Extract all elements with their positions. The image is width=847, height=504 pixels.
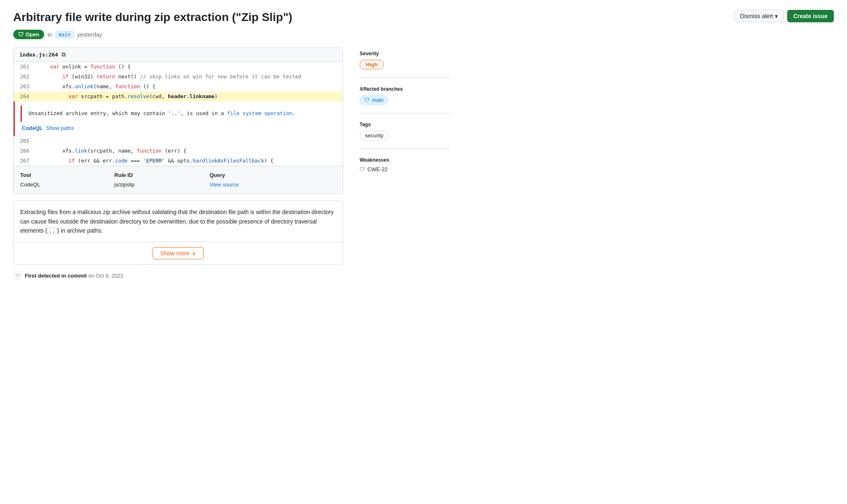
line-num-262: 262 [14, 72, 34, 82]
view-source-link[interactable]: View source [209, 181, 239, 188]
description-text: Extracting files from a malicious zip ar… [14, 201, 343, 242]
code-line-266: 266 xfs.link(srcpath, name, function (er… [14, 146, 343, 156]
line-content-266: xfs.link(srcpath, name, function (err) { [34, 146, 343, 156]
time-label: yesterday [77, 31, 102, 38]
line-content-263: xfs.unlink(name, function () { [34, 82, 343, 92]
copy-icon[interactable]: ⧉ [61, 51, 66, 58]
alert-message: Unsanitized archive entry, which may con… [21, 106, 337, 122]
chevron-down-icon: ∨ [192, 250, 196, 257]
weaknesses-label: Weaknesses [360, 157, 450, 163]
tool-table: Tool Rule ID Query CodeQL js/zipslip Vie… [14, 166, 343, 193]
code-header: index.js:264 ⧉ [14, 48, 343, 62]
severity-label: Severity [360, 51, 450, 57]
line-num-264: 264 [14, 92, 34, 101]
create-label: Create issue [793, 13, 828, 19]
status-row: 🛡 Open in main yesterday [13, 30, 834, 39]
chevron-down-icon: ▾ [775, 13, 778, 19]
branch-shield-icon: 🛡 [364, 97, 369, 103]
branch-badge: main [55, 31, 74, 38]
description-box: Extracting files from a malicious zip ar… [13, 200, 343, 265]
alert-link[interactable]: file system operation [227, 110, 292, 116]
create-issue-button[interactable]: Create issue [787, 10, 834, 22]
dismiss-label: Dismiss alert [740, 13, 773, 19]
tool-cell: CodeQL [20, 181, 114, 188]
detected-label: First detected in commit on Oct 9, 2022 [25, 273, 123, 279]
affected-branches-label: Affected branches [360, 86, 450, 92]
sidebar-severity-section: Severity High [360, 51, 450, 78]
code-block: 261 var onlink = function () { 262 if (w… [14, 62, 343, 166]
query-col-header: Query [209, 171, 336, 181]
weakness-item: 🛡 CWE-22 [360, 166, 450, 172]
affected-branch-badge: 🛡 main [360, 95, 388, 105]
code-line-265: 265 [14, 136, 343, 146]
codeql-label: CodeQL [22, 125, 43, 131]
sidebar-branches-section: Affected branches 🛡 main [360, 86, 450, 113]
line-num-265: 265 [14, 136, 34, 146]
detected-date: on Oct 9, 2022 [88, 273, 123, 279]
line-num-263: 263 [14, 82, 34, 92]
alert-inline-code: '..' [168, 110, 181, 116]
detected-strong: First detected in commit [25, 273, 87, 279]
code-line-264: 264 var srcpath = path.resolve(cwd, head… [14, 92, 343, 101]
cwe-value: CWE-22 [367, 166, 388, 172]
first-detected: 🛡 First detected in commit on Oct 9, 202… [13, 271, 343, 280]
show-more-label: Show more [160, 250, 190, 257]
shield-icon: 🛡 [18, 31, 24, 38]
line-content-267: if (err && err.code === 'EPERM' && opts.… [34, 156, 343, 166]
line-num-267: 267 [14, 156, 34, 166]
tags-label: Tags [360, 122, 450, 127]
line-content-261: var onlink = function () { [34, 62, 343, 72]
shield-small-icon: 🛡 [13, 271, 21, 280]
status-badge: 🛡 Open [13, 30, 44, 39]
description-part2: ) in archive paths. [57, 227, 103, 234]
line-content-262: if (win32) return next() // skip links o… [34, 72, 343, 82]
main-content: index.js:264 ⧉ 261 var onlink = function… [13, 47, 343, 280]
line-content-265 [34, 136, 343, 146]
page-container: index.js:264 ⧉ 261 var onlink = function… [13, 47, 450, 280]
show-more-button[interactable]: Show more ∨ [153, 247, 204, 259]
line-num-261: 261 [14, 62, 34, 72]
codeql-row: CodeQL Show paths [21, 122, 337, 134]
sidebar-weaknesses-section: Weaknesses 🛡 CWE-22 [360, 157, 450, 181]
line-content-264: var srcpath = path.resolve(cwd, header.l… [34, 92, 343, 101]
code-line-267: 267 if (err && err.code === 'EPERM' && o… [14, 156, 343, 166]
weakness-icon: 🛡 [360, 166, 365, 172]
filename: index.js:264 [19, 52, 58, 58]
table-row: CodeQL js/zipslip View source [20, 181, 336, 188]
show-more-container: Show more ∨ [14, 242, 343, 264]
code-inline-dotdot: .. [47, 228, 57, 234]
ruleid-cell: js/zipslip [114, 181, 209, 188]
code-container: index.js:264 ⧉ 261 var onlink = function… [13, 47, 343, 194]
status-text: Open [26, 31, 39, 38]
show-paths-link[interactable]: Show paths [46, 125, 74, 131]
ruleid-col-header: Rule ID [114, 171, 209, 181]
dismiss-alert-button[interactable]: Dismiss alert ▾ [734, 10, 784, 22]
sidebar: Severity High Affected branches 🛡 main T… [360, 47, 450, 280]
tool-col-header: Tool [20, 171, 114, 181]
in-label: in [47, 31, 52, 38]
code-line-263: 263 xfs.unlink(name, function () { [14, 82, 343, 92]
page-title: Arbitrary file write during zip extracti… [13, 10, 834, 25]
line-num-266: 266 [14, 146, 34, 156]
severity-badge: High [360, 60, 384, 69]
code-line-262: 262 if (win32) return next() // skip lin… [14, 72, 343, 82]
sidebar-tags-section: Tags security [360, 122, 450, 149]
affected-branch-name: main [372, 97, 384, 103]
tag-badge: security [360, 131, 389, 140]
code-line-261: 261 var onlink = function () { [14, 62, 343, 72]
